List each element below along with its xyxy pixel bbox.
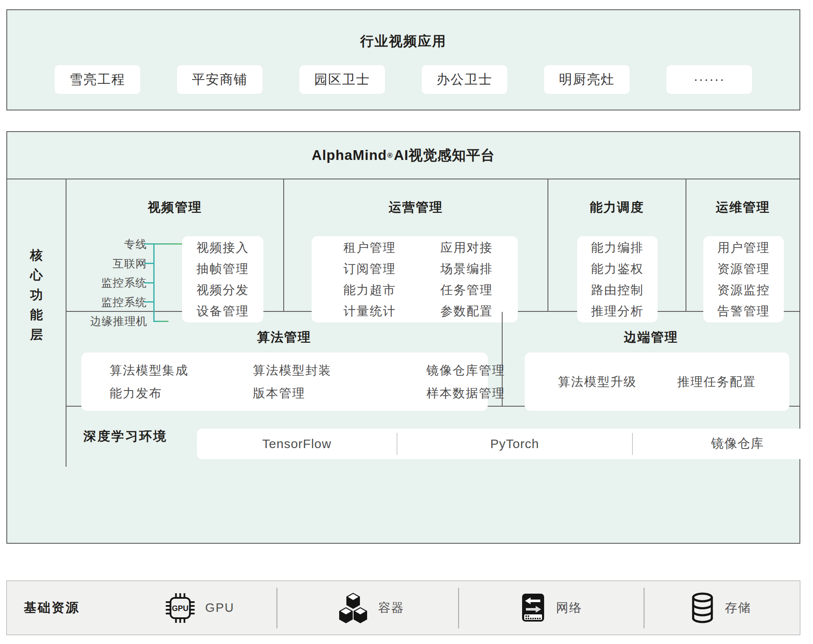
app-chip: 平安商铺 [177,65,263,94]
function-row-2: 算法管理 算法模型集成 能力发布 算法模型封装 版本管理 镜像仓 [66,312,799,407]
video-source: 专线 [90,239,147,250]
section-capability: 能力调度 能力编排 能力鉴权 路由控制 推理分析 [548,179,686,311]
section-video-mgmt: 视频管理 专线 互联网 监控系统 监控系统 边缘推理机 [66,179,284,311]
tree-connector-line [144,301,155,303]
section-algorithm: 算法管理 算法模型集成 能力发布 算法模型封装 版本管理 镜像仓 [66,312,503,406]
algorithm-box: 算法模型集成 能力发布 算法模型封装 版本管理 镜像仓库管理 样本数据管理 [81,352,488,411]
resource-gpu: GPU GPU [165,581,235,635]
divider [277,588,277,628]
industry-apps-panel: 行业视频应用 雪亮工程 平安商铺 园区卫士 办公卫士 明厨亮灶 ······ [6,9,800,110]
app-chip: 明厨亮灶 [544,65,630,94]
container-cubes-icon [337,592,369,624]
divider [644,588,644,628]
ops-col-2: 应用对接 场景编排 任务管理 参数配置 [440,236,493,322]
gpu-chip-icon: GPU [165,593,196,623]
platform-title-rest: AI视觉感知平台 [394,146,495,165]
capability-box: 能力编排 能力鉴权 路由控制 推理分析 [577,236,658,322]
deep-learning-row: 深度学习环境 TensorFlow PyTorch 镜像仓库 [66,407,799,467]
video-source: 互联网 [90,258,147,269]
video-source: 监控系统 [90,297,147,308]
ops-mgmt-box: 租户管理 订阅管理 能力超市 计量统计 应用对接 场景编排 任务管理 参数配置 [312,236,518,322]
video-mgmt-title: 视频管理 [66,179,283,216]
section-ops-mgmt: 运营管理 租户管理 订阅管理 能力超市 计量统计 应用对接 场景编排 [284,179,548,311]
algorithm-col-3: 镜像仓库管理 样本数据管理 [426,352,505,411]
base-resources-title: 基础资源 [24,581,80,635]
deep-learning-label: 深度学习环境 [83,407,167,467]
core-function-grid: 核 心 功 能 层 视频管理 专线 互联网 监控系统 [7,179,799,467]
tree-connector-line [144,282,155,283]
registered-mark: ® [387,151,393,160]
resource-container: 容器 [337,581,404,635]
core-function-main: 视频管理 专线 互联网 监控系统 监控系统 边缘推理机 [66,179,799,467]
maintenance-box: 用户管理 资源管理 资源监控 告警管理 [703,236,784,322]
base-resources-panel: 基础资源 GPU GPU [6,581,800,635]
ops-mgmt-title: 运营管理 [284,179,548,216]
app-chip: 办公卫士 [422,65,507,94]
algorithm-title: 算法管理 [66,312,502,346]
ops-col-1: 租户管理 订阅管理 能力超市 计量统计 [343,236,396,322]
network-switch-icon [520,593,547,623]
video-source: 监控系统 [90,277,147,288]
industry-apps-title: 行业视频应用 [7,10,799,51]
core-layer-sidebar: 核 心 功 能 层 [7,179,66,467]
maintenance-title: 运维管理 [686,179,799,216]
industry-apps-chip-row: 雪亮工程 平安商铺 园区卫士 办公卫士 明厨亮灶 ······ [7,65,799,94]
video-mgmt-box: 视频接入 抽帧管理 视频分发 设备管理 [182,236,263,322]
core-layer-label: 核 心 功 能 层 [7,249,66,341]
algorithm-col-1: 算法模型集成 能力发布 [110,352,188,411]
tree-connector-line [144,263,155,264]
resource-label: 网络 [556,600,582,616]
app-chip-ellipsis: ······ [666,65,752,94]
dl-cell-tensorflow: TensorFlow [197,429,397,459]
dl-cell-pytorch: PyTorch [397,429,632,459]
capability-title: 能力调度 [548,179,686,216]
dl-cell-registry: 镜像仓库 [633,429,813,459]
section-edge: 边端管理 算法模型升级 推理任务配置 [503,312,799,406]
app-chip: 雪亮工程 [55,65,140,94]
svg-text:GPU: GPU [172,604,188,613]
edge-title: 边端管理 [503,312,799,346]
storage-database-icon [689,592,716,624]
app-chip: 园区卫士 [299,65,385,94]
algorithm-col-2: 算法模型封装 版本管理 [253,352,332,411]
divider [458,588,459,628]
deep-learning-bar: TensorFlow PyTorch 镜像仓库 [197,429,813,459]
function-row-1: 视频管理 专线 互联网 监控系统 监控系统 边缘推理机 [66,179,799,312]
platform-title: AlphaMind® AI视觉感知平台 [7,132,799,179]
edge-box: 算法模型升级 推理任务配置 [525,352,789,411]
platform-brand: AlphaMind [312,147,387,163]
resource-label: 容器 [378,600,404,616]
tree-connector-line [144,243,182,245]
platform-panel: AlphaMind® AI视觉感知平台 核 心 功 能 层 视频管理 [6,131,800,544]
section-maintenance: 运维管理 用户管理 资源管理 资源监控 告警管理 [686,179,799,311]
resource-storage: 存储 [689,581,751,635]
resource-network: 网络 [520,581,582,635]
resource-label: 存储 [725,600,751,616]
architecture-diagram: 行业视频应用 雪亮工程 平安商铺 园区卫士 办公卫士 明厨亮灶 ······ A… [0,0,813,644]
resource-label: GPU [205,601,235,615]
